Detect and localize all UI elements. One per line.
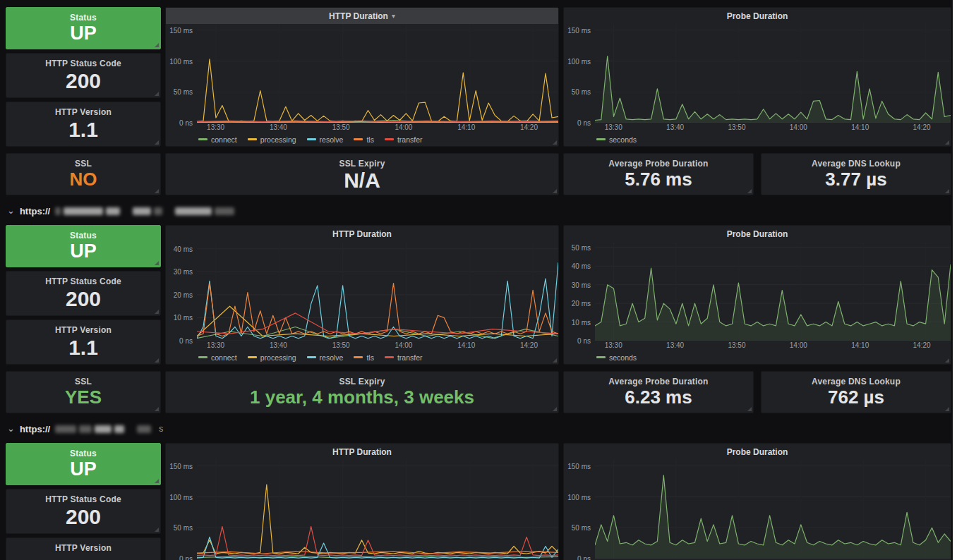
section1-stat-stack: Status UP HTTP Status Code 200 HTTP Vers… <box>6 7 161 147</box>
legend-item-seconds[interactable]: seconds <box>596 353 637 362</box>
chart-plot <box>197 242 558 341</box>
y-axis: 150 ms100 ms50 ms0 ns <box>166 24 197 123</box>
panel-header[interactable]: HTTP Duration <box>166 444 558 460</box>
redacted-url <box>55 422 154 435</box>
legend-item-connect[interactable]: connect <box>198 135 237 144</box>
chart-plot <box>197 24 558 123</box>
panel-menu-caret-icon[interactable]: ▾ <box>392 12 395 20</box>
panel-http-status-code: HTTP Status Code 200 <box>6 53 161 98</box>
row-url-prefix: https:// <box>20 424 50 434</box>
panel-title[interactable]: HTTP Status Code <box>45 59 121 68</box>
row-header-url-3[interactable]: ⌄ https:// s <box>7 420 953 438</box>
panel-title[interactable]: HTTP Duration <box>329 11 388 21</box>
legend-item-transfer[interactable]: transfer <box>385 135 423 144</box>
y-tick-label: 0 ns <box>577 119 591 127</box>
panel-probe-duration-chart: Probe Duration 50 ms40 ms30 ms20 ms10 ms… <box>563 225 951 365</box>
x-tick-label: 13:40 <box>270 123 287 131</box>
y-tick-label: 50 ms <box>572 88 591 96</box>
panel-average-probe-duration: Average Probe Duration 5.76 ms <box>563 153 754 195</box>
x-tick-label: 13:50 <box>728 123 745 131</box>
legend-color-dash <box>354 138 363 140</box>
legend-color-dash <box>596 356 606 358</box>
panel-title[interactable]: Average DNS Lookup <box>812 159 901 169</box>
section1-ssl-row: SSL NO SSL Expiry N/A Average Probe Dura… <box>6 153 951 195</box>
legend-item-connect[interactable]: connect <box>198 353 237 362</box>
panel-title[interactable]: Average Probe Duration <box>608 377 708 386</box>
y-tick-label: 20 ms <box>174 291 193 298</box>
legend-color-dash <box>385 138 394 140</box>
panel-title[interactable]: SSL Expiry <box>339 159 385 169</box>
legend-color-dash <box>596 138 606 140</box>
panel-header[interactable]: HTTP Duration ▾ <box>166 8 558 24</box>
average-dns-lookup-value: 762 µs <box>828 386 884 413</box>
legend-item-tls[interactable]: tls <box>354 135 374 144</box>
panel-probe-duration-chart: Probe Duration 150 ms100 ms50 ms0 ns 13:… <box>563 443 951 560</box>
y-tick-label: 50 ms <box>572 243 591 251</box>
panel-title[interactable]: Average Probe Duration <box>608 159 708 169</box>
panel-average-probe-duration: Average Probe Duration 6.23 ms <box>563 371 754 413</box>
panel-title[interactable]: SSL <box>75 377 92 386</box>
x-tick-label: 14:20 <box>520 341 538 349</box>
panel-title[interactable]: HTTP Duration <box>332 229 392 239</box>
y-tick-label: 0 ns <box>179 119 193 127</box>
panel-title[interactable]: HTTP Status Code <box>45 494 121 504</box>
panel-title[interactable]: Status <box>70 231 97 241</box>
panel-title[interactable]: Status <box>70 449 97 458</box>
panel-title[interactable]: SSL <box>75 159 92 169</box>
row-header-url-2[interactable]: ⌄ https:// <box>7 202 953 220</box>
chart-plot <box>595 460 951 559</box>
ssl-expiry-value: 1 year, 4 months, 3 weeks <box>250 386 474 413</box>
chevron-down-icon[interactable]: ⌄ <box>7 425 15 432</box>
panel-title[interactable]: Average DNS Lookup <box>812 377 901 386</box>
panel-header[interactable]: Probe Duration <box>564 8 951 24</box>
legend-item-transfer[interactable]: transfer <box>385 353 423 362</box>
legend-item-resolve[interactable]: resolve <box>307 353 344 362</box>
y-tick-label: 30 ms <box>572 281 591 288</box>
legend-color-dash <box>198 356 207 358</box>
panel-header[interactable]: Probe Duration <box>564 444 951 460</box>
panel-title[interactable]: HTTP Version <box>55 325 112 335</box>
row-url-suffix: s <box>159 424 163 434</box>
legend-item-tls[interactable]: tls <box>354 353 374 362</box>
panel-header[interactable]: Probe Duration <box>564 226 951 242</box>
x-tick-label: 13:30 <box>605 341 622 349</box>
x-tick-label: 14:20 <box>913 123 931 131</box>
status-value: UP <box>70 458 97 485</box>
y-tick-label: 40 ms <box>174 245 193 252</box>
panel-title[interactable]: HTTP Status Code <box>45 276 121 286</box>
panel-title[interactable]: HTTP Duration <box>332 447 392 457</box>
legend-color-dash <box>198 138 207 140</box>
chart-plot <box>197 460 558 559</box>
y-tick-label: 50 ms <box>572 524 591 532</box>
x-tick-label: 13:40 <box>270 341 287 349</box>
panel-http-version: HTTP Version 1.1 <box>6 319 161 365</box>
chart-legend: connectprocessingresolvetlstransfer <box>198 133 558 146</box>
x-axis: 13:3013:4013:5014:0014:1014:20 <box>595 341 946 351</box>
panel-title[interactable]: SSL Expiry <box>339 377 385 386</box>
y-tick-label: 50 ms <box>174 524 193 532</box>
legend-item-seconds[interactable]: seconds <box>596 135 637 144</box>
panel-title[interactable]: Probe Duration <box>727 11 788 21</box>
panel-title[interactable]: HTTP Version <box>55 543 112 553</box>
section2-stat-stack: Status UP HTTP Status Code 200 HTTP Vers… <box>6 225 161 365</box>
legend-item-resolve[interactable]: resolve <box>307 135 344 144</box>
chevron-down-icon[interactable]: ⌄ <box>7 207 15 214</box>
y-tick-label: 150 ms <box>169 26 193 34</box>
y-tick-label: 150 ms <box>567 26 591 34</box>
legend-color-dash <box>248 356 257 358</box>
chart-legend: seconds <box>596 351 951 364</box>
panel-title[interactable]: Status <box>70 13 97 23</box>
http-version-value: 1.1 <box>68 117 98 146</box>
panel-ssl: SSL YES <box>6 371 161 413</box>
panel-ssl-expiry: SSL Expiry 1 year, 4 months, 3 weeks <box>165 371 559 413</box>
panel-title[interactable]: HTTP Version <box>55 107 112 117</box>
panel-header[interactable]: HTTP Duration <box>166 226 558 242</box>
legend-item-processing[interactable]: processing <box>248 135 296 144</box>
panel-title[interactable]: Probe Duration <box>727 447 788 457</box>
x-tick-label: 14:00 <box>790 123 807 131</box>
legend-color-dash <box>248 138 257 140</box>
redacted-url <box>55 205 237 217</box>
chart-plot <box>595 24 951 123</box>
panel-title[interactable]: Probe Duration <box>727 229 788 239</box>
legend-item-processing[interactable]: processing <box>248 353 296 362</box>
